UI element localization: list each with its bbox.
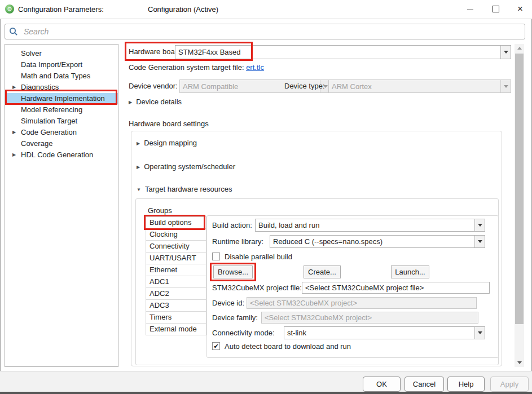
group-item-adc1[interactable]: ADC1 — [146, 276, 206, 288]
expand-arrow-icon: ▶ — [137, 141, 140, 146]
scroll-up-button[interactable] — [515, 44, 524, 52]
expand-arrow-icon[interactable]: ▶ — [12, 127, 16, 138]
sidebar-item-label: Hardware Implementation — [21, 94, 105, 103]
auto-detect-label: Auto detect board to download and run — [225, 342, 351, 351]
scrollbar-thumb[interactable] — [515, 54, 524, 324]
design-mapping-expander[interactable]: ▶Design mapping — [137, 139, 197, 147]
device-details-expander[interactable]: ▶Device details — [129, 98, 182, 106]
build-action-combo[interactable]: Build, load and run — [255, 219, 485, 232]
dropdown-arrow-icon[interactable] — [474, 327, 485, 339]
sidebar-item-label: Data Import/Export — [21, 60, 82, 69]
connectivity-mode-combo[interactable]: st-link — [284, 326, 485, 339]
maximize-icon — [493, 6, 499, 12]
simulink-gear-icon: ⚙ — [5, 5, 14, 14]
hardware-board-combo[interactable]: STM32F4xx Based — [175, 45, 511, 59]
window-bottom-edge — [0, 392, 532, 394]
minimize-button[interactable] — [457, 0, 483, 18]
close-icon: × — [517, 3, 523, 14]
device-id-label: Device id: — [212, 299, 244, 307]
minimize-icon — [467, 10, 473, 10]
build-action-label: Build action: — [212, 221, 252, 229]
group-item-external-mode[interactable]: External mode — [146, 324, 206, 335]
sidebar-item-diagnostics[interactable]: ▶Diagnostics — [5, 82, 118, 93]
dropdown-arrow-icon[interactable] — [474, 219, 485, 231]
dropdown-arrow-icon[interactable] — [500, 46, 511, 59]
browse-button[interactable]: Browse... — [213, 265, 253, 278]
sidebar-item-coverage[interactable]: Coverage — [5, 138, 118, 149]
device-type-combo: ARM Cortex — [328, 79, 511, 93]
launch-button[interactable]: Launch... — [391, 265, 429, 278]
window-title-suffix: Configuration (Active) — [148, 5, 218, 14]
configuration-parameters-dialog: ⚙ Configuration Parameters: Configuratio… — [0, 0, 532, 394]
disable-parallel-build-checkbox[interactable] — [212, 253, 220, 260]
project-file-input[interactable]: <Select STM32CubeMX project file> — [302, 282, 490, 294]
footer-bar: OK Cancel Help Apply — [0, 371, 532, 392]
sidebar-item-model-referencing[interactable]: Model Referencing — [5, 104, 118, 116]
vertical-scrollbar[interactable] — [515, 44, 524, 367]
device-vendor-label: Device vendor: — [129, 82, 178, 90]
sidebar-item-hardware-implementation[interactable]: Hardware Implementation — [5, 93, 118, 104]
sidebar-item-math-data-types[interactable]: Math and Data Types — [5, 70, 118, 82]
ok-button[interactable]: OK — [363, 377, 401, 392]
group-item-connectivity[interactable]: Connectivity — [146, 241, 206, 253]
target-file-link[interactable]: ert.tlc — [246, 63, 264, 72]
apply-button[interactable]: Apply — [490, 377, 529, 392]
sidebar-item-label: HDL Code Generation — [21, 150, 93, 159]
device-details-label: Device details — [136, 98, 182, 106]
build-action-value: Build, load and run — [256, 221, 474, 229]
group-item-clocking[interactable]: Clocking — [146, 229, 206, 241]
expand-arrow-icon[interactable]: ▶ — [12, 82, 16, 93]
maximize-button[interactable] — [483, 0, 509, 18]
device-type-value: ARM Cortex — [329, 82, 500, 91]
create-button[interactable]: Create... — [304, 265, 341, 278]
scroll-up-icon — [517, 47, 522, 50]
hardware-board-value: STM32F4xx Based — [175, 48, 500, 56]
search-bar — [5, 24, 525, 39]
target-file-label: Code Generation system target file: — [129, 63, 244, 72]
connectivity-mode-label: Connectivity mode: — [212, 329, 275, 337]
expand-arrow-icon[interactable]: ▶ — [12, 149, 16, 161]
auto-detect-checkbox[interactable]: ✔ — [212, 342, 220, 350]
sidebar-item-label: Diagnostics — [21, 83, 59, 91]
device-type-label: Device type: — [284, 82, 325, 90]
title-bar: ⚙ Configuration Parameters: Configuratio… — [0, 0, 532, 19]
device-family-label: Device family: — [212, 313, 258, 322]
sidebar-item-solver[interactable]: Solver — [5, 48, 118, 59]
sidebar-item-code-generation[interactable]: ▶Code Generation — [5, 127, 118, 138]
sidebar-item-label: Code Generation — [21, 128, 77, 136]
cancel-button[interactable]: Cancel — [405, 377, 444, 392]
operating-system-scheduler-expander[interactable]: ▶Operating system/scheduler — [137, 162, 235, 171]
section-label: Operating system/scheduler — [144, 162, 235, 171]
project-file-label: STM32CubeMX project file: — [212, 284, 302, 292]
help-button[interactable]: Help — [447, 377, 485, 392]
dropdown-arrow-icon[interactable] — [474, 236, 485, 247]
group-item-adc3[interactable]: ADC3 — [146, 300, 206, 312]
sidebar-item-label: Simulation Target — [21, 117, 77, 125]
group-item-adc2[interactable]: ADC2 — [146, 288, 206, 300]
groups-title: Groups — [148, 206, 172, 215]
checkmark-icon: ✔ — [213, 343, 218, 349]
groups-list: Build options Clocking Connectivity UART… — [146, 216, 206, 335]
connectivity-mode-value: st-link — [284, 329, 474, 337]
group-item-ethernet[interactable]: Ethernet — [146, 264, 206, 276]
dropdown-arrow-icon — [500, 80, 511, 92]
runtime-library-combo[interactable]: Reduced C (--specs=nano.specs) — [270, 235, 485, 248]
section-label: Target hardware resources — [145, 185, 232, 193]
target-hardware-resources-expander[interactable]: ▼Target hardware resources — [137, 185, 232, 193]
scroll-down-button[interactable] — [515, 358, 524, 367]
sidebar-item-data-import-export[interactable]: Data Import/Export — [5, 59, 118, 70]
group-item-uart-usart[interactable]: UART/USART — [146, 253, 206, 264]
sidebar-item-simulation-target[interactable]: Simulation Target — [5, 116, 118, 127]
sidebar-tree: Solver Data Import/Export Math and Data … — [5, 44, 118, 367]
device-id-field: <Select STM32CubeMX project> — [247, 297, 477, 309]
group-item-timers[interactable]: Timers — [146, 312, 206, 324]
close-button[interactable]: × — [509, 0, 531, 18]
window-title: Configuration Parameters: — [18, 5, 104, 14]
group-item-build-options[interactable]: Build options — [146, 217, 206, 229]
sidebar-item-hdl-code-generation[interactable]: ▶HDL Code Generation — [5, 149, 118, 161]
expand-arrow-icon: ▶ — [137, 165, 140, 170]
sidebar-item-label: Solver — [21, 49, 42, 57]
sidebar-item-label: Coverage — [21, 139, 52, 148]
runtime-library-value: Reduced C (--specs=nano.specs) — [270, 237, 474, 246]
search-input[interactable] — [23, 26, 525, 37]
